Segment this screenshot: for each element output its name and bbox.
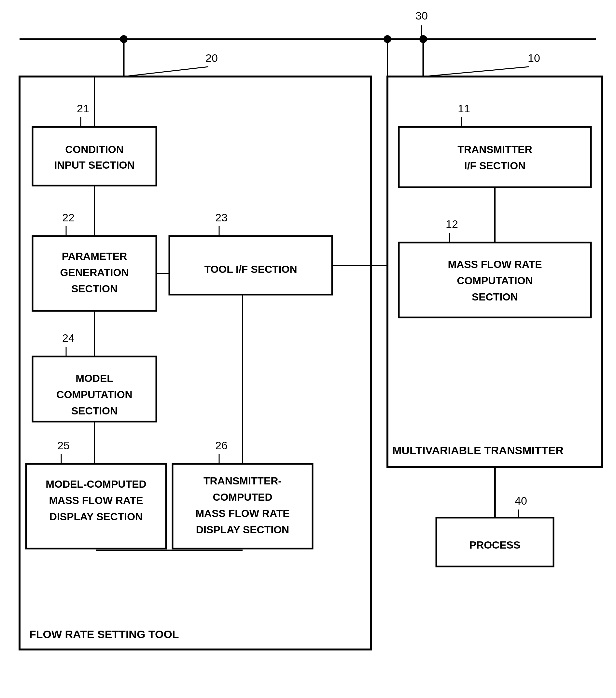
ref-26: 26 [215, 439, 227, 451]
tx-display-label-4: DISPLAY SECTION [196, 524, 289, 535]
tx-if-label-2: I/F SECTION [464, 160, 526, 171]
param-gen-label-2: GENERATION [60, 267, 129, 278]
svg-rect-23 [399, 127, 591, 187]
svg-rect-9 [388, 76, 602, 467]
ref-40: 40 [515, 494, 527, 507]
flow-rate-tool-label: FLOW RATE SETTING TOOL [29, 628, 179, 640]
mass-flow-label-2: COMPUTATION [457, 275, 533, 287]
svg-rect-11 [32, 127, 156, 185]
tx-display-label-2: COMPUTED [213, 491, 272, 503]
model-comp-label-2: COMPUTATION [56, 389, 132, 401]
model-display-label-1: MODEL-COMPUTED [45, 478, 146, 490]
ref-11: 11 [458, 102, 470, 115]
model-display-label-2: MASS FLOW RATE [49, 494, 143, 506]
svg-line-5 [124, 67, 208, 76]
tx-display-label-3: MASS FLOW RATE [195, 507, 290, 519]
mass-flow-label-1: MASS FLOW RATE [448, 259, 542, 270]
ref-10: 10 [528, 52, 540, 64]
ref-21: 21 [77, 102, 89, 115]
ref-24: 24 [62, 332, 74, 344]
condition-input-label-1: CONDITION [65, 143, 124, 155]
condition-input-label-2: INPUT SECTION [54, 159, 135, 171]
model-comp-label-1: MODEL [75, 373, 113, 384]
svg-point-35 [383, 35, 391, 43]
param-gen-label-1: PARAMETER [62, 250, 127, 262]
process-label: PROCESS [470, 539, 520, 551]
model-comp-label-3: SECTION [71, 405, 117, 417]
mass-flow-label-3: SECTION [472, 291, 518, 303]
tool-if-label: TOOL I/F SECTION [204, 263, 297, 275]
ref-23: 23 [215, 211, 227, 224]
tx-display-label-1: TRANSMITTER- [204, 475, 282, 487]
param-gen-label-3: SECTION [71, 283, 117, 295]
ref-30: 30 [416, 10, 428, 22]
tx-if-label-1: TRANSMITTER [458, 143, 532, 155]
model-display-label-3: DISPLAY SECTION [50, 511, 143, 522]
ref-22: 22 [62, 211, 74, 224]
svg-line-7 [423, 67, 529, 76]
multivariable-transmitter-label: MULTIVARIABLE TRANSMITTER [392, 444, 563, 457]
ref-20: 20 [206, 52, 218, 64]
ref-25: 25 [57, 439, 70, 451]
ref-12: 12 [446, 218, 458, 230]
diagram: 30 20 10 FLOW RATE SETTING TOOL MULTIVAR… [0, 0, 616, 698]
